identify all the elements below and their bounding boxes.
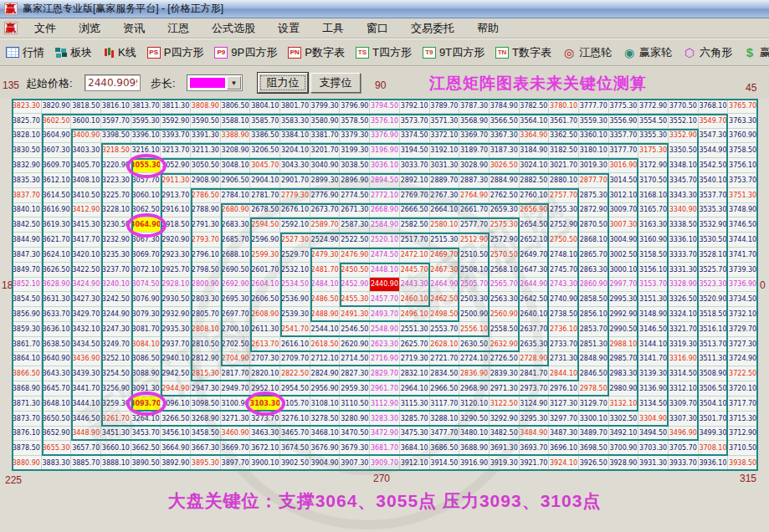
menu-item-设置[interactable]: 设置: [266, 19, 310, 38]
grid-cell: 3868.90: [12, 381, 42, 396]
grid-cell: 2896.90: [340, 173, 370, 188]
grid-cell: 2652.10: [520, 233, 550, 248]
grid-cell: 2599.30: [250, 248, 280, 263]
grid-cell: 2488.90: [310, 307, 341, 322]
grid-cell: 3300.10: [579, 412, 609, 427]
grid-cell: 3420.10: [71, 248, 101, 263]
grid-cell: 3895.30: [191, 456, 221, 471]
grid-cell: 2452.90: [340, 278, 370, 293]
grid-cell: 3324.10: [669, 307, 699, 322]
grid-cell: 2875.30: [579, 188, 609, 203]
grid-cell: 3396.10: [131, 129, 161, 144]
menu-item-江恩[interactable]: 江恩: [156, 19, 200, 38]
grid-cell: 2556.10: [459, 322, 490, 337]
grid-cell: 3727.30: [728, 337, 758, 352]
support-button[interactable]: 支撑位: [310, 73, 361, 93]
grid-cell: 3424.90: [71, 278, 101, 293]
grid-cell: 3662.50: [131, 441, 161, 456]
grid-cell: 2606.50: [250, 292, 280, 307]
grid-cell: 3127.30: [549, 396, 579, 412]
menu-item-公式选股[interactable]: 公式选股: [200, 19, 266, 38]
grid-cell: 2882.50: [520, 173, 550, 188]
menu-item-交易委托[interactable]: 交易委托: [399, 19, 465, 38]
grid-cell: 3717.70: [728, 396, 758, 412]
grid-cell: 2736.10: [549, 322, 579, 337]
grid-cell: 3393.70: [161, 129, 191, 144]
grid-cell: 3885.70: [71, 456, 101, 471]
menu-item-文件[interactable]: 文件: [23, 19, 67, 38]
grid-cell: 3422.50: [71, 263, 101, 278]
grid-cell: 3067.30: [131, 233, 161, 248]
grid-cell: 2738.50: [549, 307, 579, 322]
menu-item-工具[interactable]: 工具: [310, 19, 355, 38]
grid-cell: 3676.90: [310, 441, 341, 456]
menu-bar: 赢 文件浏览资讯江恩公式选股设置工具窗口交易委托帮助: [0, 18, 769, 38]
grid-cell: 2505.70: [459, 278, 490, 293]
menu-item-帮助[interactable]: 帮助: [465, 19, 510, 38]
menu-item-窗口[interactable]: 窗口: [355, 19, 399, 38]
grid-cell: 2668.90: [370, 203, 400, 218]
grid-cell: 3566.50: [490, 114, 520, 129]
toolbar-button-9P四方形[interactable]: P99P四方形: [214, 45, 277, 60]
grid-cell: 3244.90: [101, 307, 131, 322]
grid-cell: 3290.50: [459, 412, 490, 427]
menu-item-浏览[interactable]: 浏览: [67, 19, 111, 38]
grid-cell: 3036.10: [370, 158, 400, 173]
grid-cell: 2532.10: [280, 263, 310, 278]
grid-cell: 3002.50: [609, 248, 639, 263]
grid-cell: 2572.90: [490, 233, 520, 248]
grid-cell: 2647.30: [520, 263, 550, 278]
grid-cell: 2863.30: [579, 263, 609, 278]
toolbar-label: P数字表: [305, 45, 345, 60]
grid-cell: 3621.70: [42, 233, 72, 248]
grid-cell: 3691.30: [490, 441, 520, 456]
toolbar-button-江恩轮[interactable]: ◎江恩轮: [562, 45, 612, 60]
toolbar-button-T四方形[interactable]: TST四方形: [356, 45, 412, 60]
step-combobox[interactable]: ▼: [187, 74, 243, 91]
grid-cell: 2767.30: [430, 188, 460, 203]
grid-cell: 3619.30: [42, 217, 72, 233]
start-price-input[interactable]: [85, 74, 141, 91]
combo-dropdown-arrow-icon[interactable]: ▼: [227, 76, 241, 90]
grid-cell: 3120.10: [459, 396, 490, 412]
grid-cell: 3398.50: [101, 129, 131, 144]
toolbar-button-P数字表[interactable]: PNP数字表: [288, 45, 345, 60]
resistance-button[interactable]: 阻力位: [258, 73, 308, 93]
grid-cell: 3307.30: [669, 412, 699, 427]
grid-cell: 2976.10: [549, 381, 579, 396]
grid-cell: 2788.90: [191, 203, 221, 218]
toolbar-button-P四方形[interactable]: PSP四方形: [147, 45, 204, 60]
grid-cell: 3602.50: [42, 114, 72, 129]
grid-cell: 3345.70: [669, 173, 699, 188]
grid-cell: 3369.70: [459, 129, 490, 144]
toolbar-button-六角形[interactable]: ⬡六角形: [683, 45, 732, 60]
toolbar-button-9T四方形[interactable]: T99T四方形: [423, 45, 484, 60]
toolbar-button-T数字表[interactable]: TNT数字表: [495, 45, 551, 60]
grid-cell: 2942.50: [161, 366, 191, 381]
grid-cell: 3715.30: [728, 412, 758, 427]
grid-cell: 3552.10: [669, 114, 699, 129]
toolbar-button-板块[interactable]: 板块: [55, 45, 92, 60]
grid-cell: 3136.90: [638, 381, 669, 396]
toolbar-button-赢家服务[interactable]: $赢家服务: [743, 45, 769, 60]
grid-cell: 3775.30: [609, 99, 639, 114]
grid-cell: 2944.90: [161, 381, 191, 396]
grid-cell: 3228.10: [101, 203, 131, 218]
grid-cell: 2721.70: [430, 352, 460, 367]
grid-cell: 3487.30: [549, 427, 579, 442]
grid-cell: 2906.50: [221, 173, 251, 188]
menu-item-资讯[interactable]: 资讯: [111, 19, 156, 38]
toolbar-button-行情[interactable]: 行情: [6, 45, 44, 60]
grid-cell: 3710.50: [728, 441, 758, 456]
grid-cell: 3504.10: [699, 396, 729, 412]
grid-cell: 2560.90: [490, 307, 520, 322]
grid-cell: 2476.90: [340, 248, 370, 263]
grid-cell: 2841.70: [520, 366, 550, 381]
grid-cell: 3441.70: [71, 381, 101, 396]
toolbar-button-赢家轮[interactable]: ◉赢家轮: [623, 45, 672, 60]
toolbar: 行情板块K线PSP四方形P99P四方形PNP数字表TST四方形T99T四方形TN…: [0, 38, 769, 66]
toolbar-button-K线[interactable]: K线: [103, 45, 136, 60]
grid-cell: 3864.10: [12, 352, 42, 367]
grid-cell: 3088.90: [131, 366, 161, 381]
grid-cell: 3559.30: [579, 114, 609, 129]
